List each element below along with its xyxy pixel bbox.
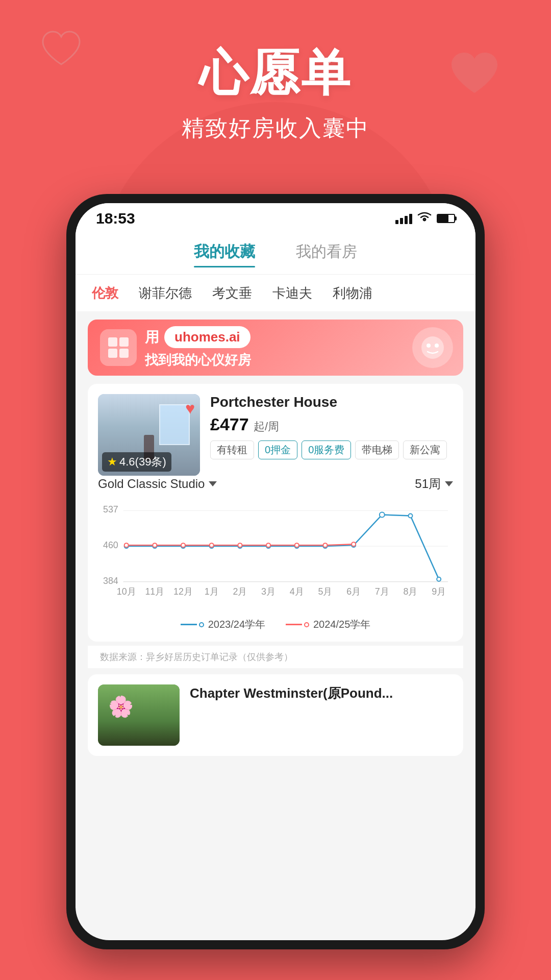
property-info-1: Portchester House £477 起/周 有转租 0押金 0服务费 … (210, 394, 453, 476)
chart-svg: 537 460 384 10月 11月 12月 1月 2月 3月 4月 5月 (98, 500, 453, 612)
legend-label-2324: 2023/24学年 (208, 618, 265, 631)
tag-elevator: 带电梯 (355, 440, 399, 459)
chart-dot-red-4 (210, 543, 214, 547)
chart-dot-red-8 (323, 543, 327, 547)
chart-dot-red-2 (153, 543, 157, 547)
page-title: 心愿单 (0, 41, 551, 107)
chart-legend: 2023/24学年 2024/25学年 (98, 618, 453, 631)
chart-dot-red-7 (295, 543, 299, 547)
room-selector-label: Gold Classic Studio (98, 477, 205, 491)
x-label-jun: 6月 (346, 586, 361, 597)
svg-rect-3 (119, 349, 129, 358)
svg-rect-0 (108, 337, 117, 347)
tab-my-favorites[interactable]: 我的收藏 (194, 241, 255, 266)
phone-screen: 18:53 (76, 203, 475, 940)
tag-zero-fee: 0服务费 (302, 440, 351, 459)
ai-banner-row1: 用 uhomes.ai (145, 326, 251, 348)
x-label-nov: 11月 (145, 586, 164, 597)
status-bar: 18:53 (76, 203, 475, 234)
room-dropdown-arrow-icon (209, 481, 217, 486)
y-label-460: 460 (103, 540, 118, 550)
property-rating: ★ 4.6(39条) (102, 452, 171, 472)
chart-dot-blue-11 (409, 513, 413, 518)
week-dropdown-arrow-icon (445, 481, 453, 486)
data-source-note: 数据来源：异乡好居历史订单记录（仅供参考） (88, 646, 463, 668)
property-tags-1: 有转租 0押金 0服务费 带电梯 新公寓 (210, 440, 453, 459)
city-filter: 伦敦 谢菲尔德 考文垂 卡迪夫 利物浦 (76, 275, 475, 311)
room-selector[interactable]: Gold Classic Studio (98, 477, 217, 491)
favorite-heart-icon[interactable]: ♥ (185, 399, 195, 418)
property-price-1: £477 起/周 (210, 414, 453, 434)
tag-new-apartment: 新公寓 (403, 440, 447, 459)
x-label-oct: 10月 (117, 586, 136, 597)
ai-banner-prefix: 用 (145, 328, 159, 347)
header-area: 心愿单 精致好房收入囊中 (0, 41, 551, 143)
city-london[interactable]: 伦敦 (92, 284, 118, 302)
ai-banner-url: uhomes.ai (164, 326, 251, 348)
status-icons (395, 211, 455, 226)
property-card-1[interactable]: ♥ ★ 4.6(39条) Portchester House £477 起/周 (88, 384, 463, 642)
legend-label-2425: 2024/25学年 (313, 618, 370, 631)
svg-rect-1 (119, 337, 129, 347)
ai-robot-icon (412, 327, 453, 368)
svg-point-6 (435, 344, 439, 348)
property-card-2[interactable]: 🌸 Chapter Westminster(原Pound... (88, 674, 463, 756)
x-label-aug: 8月 (404, 586, 418, 597)
star-icon: ★ (107, 455, 117, 469)
svg-point-5 (427, 344, 431, 348)
ai-banner-content: 用 uhomes.ai 找到我的心仪好房 (145, 326, 251, 369)
chart-dot-red-1 (124, 543, 129, 547)
chart-dot-red-6 (266, 543, 270, 547)
y-label-384: 384 (103, 576, 118, 586)
property-top: ♥ ★ 4.6(39条) Portchester House £477 起/周 (98, 394, 453, 476)
signal-icon (395, 213, 412, 224)
chart-controls: Gold Classic Studio 51周 (98, 476, 453, 492)
chart-dot-blue-10 (380, 512, 385, 517)
property-image-1: ♥ ★ 4.6(39条) (98, 394, 200, 476)
svg-point-4 (421, 336, 444, 359)
status-time: 18:53 (96, 210, 135, 227)
wifi-icon (417, 211, 432, 226)
chart-dot-red-3 (181, 543, 185, 547)
price-chart: 537 460 384 10月 11月 12月 1月 2月 3月 4月 5月 (98, 500, 453, 612)
tab-my-viewings[interactable]: 我的看房 (296, 241, 357, 266)
page-subtitle: 精致好房收入囊中 (0, 113, 551, 143)
property-name-2: Chapter Westminster(原Pound... (190, 684, 453, 702)
city-coventry[interactable]: 考文垂 (212, 284, 252, 302)
legend-item-2324: 2023/24学年 (181, 618, 265, 631)
property-image-2: 🌸 (98, 684, 180, 746)
week-selector-label: 51周 (415, 476, 441, 492)
tab-bar: 我的收藏 我的看房 (76, 234, 475, 275)
x-label-jan: 1月 (205, 586, 219, 597)
chart-dot-blue-12 (437, 577, 441, 581)
chart-line-2324 (127, 514, 439, 579)
flower-icon: 🌸 (108, 695, 134, 719)
ai-banner-suffix: 找到我的心仪好房 (145, 351, 251, 369)
x-label-feb: 2月 (233, 586, 247, 597)
x-label-mar: 3月 (261, 586, 276, 597)
chart-dot-red-9 (352, 542, 356, 546)
city-liverpool[interactable]: 利物浦 (333, 284, 372, 302)
property-name-1: Portchester House (210, 394, 453, 410)
tag-zero-deposit: 0押金 (258, 440, 297, 459)
svg-rect-2 (108, 349, 117, 358)
y-label-537: 537 (103, 504, 118, 514)
ai-banner-icon (100, 329, 137, 366)
property-info-2: Chapter Westminster(原Pound... (190, 684, 453, 746)
price-unit-1: 起/周 (254, 420, 279, 433)
week-selector[interactable]: 51周 (415, 476, 453, 492)
x-label-sep: 9月 (432, 586, 446, 597)
screen-content: 我的收藏 我的看房 伦敦 谢菲尔德 考文垂 卡迪夫 利物浦 (76, 234, 475, 940)
x-label-may: 5月 (318, 586, 332, 597)
city-sheffield[interactable]: 谢菲尔德 (139, 284, 192, 302)
main-scroll[interactable]: 我的收藏 我的看房 伦敦 谢菲尔德 考文垂 卡迪夫 利物浦 (76, 234, 475, 940)
ai-banner[interactable]: 用 uhomes.ai 找到我的心仪好房 (88, 320, 463, 376)
tag-sublease: 有转租 (210, 440, 254, 459)
battery-icon (437, 214, 455, 223)
x-label-dec: 12月 (173, 586, 193, 597)
city-cardiff[interactable]: 卡迪夫 (272, 284, 312, 302)
legend-item-2425: 2024/25学年 (286, 618, 370, 631)
x-label-jul: 7月 (375, 586, 389, 597)
x-label-apr: 4月 (290, 586, 304, 597)
phone-mockup: 18:53 (66, 194, 485, 949)
